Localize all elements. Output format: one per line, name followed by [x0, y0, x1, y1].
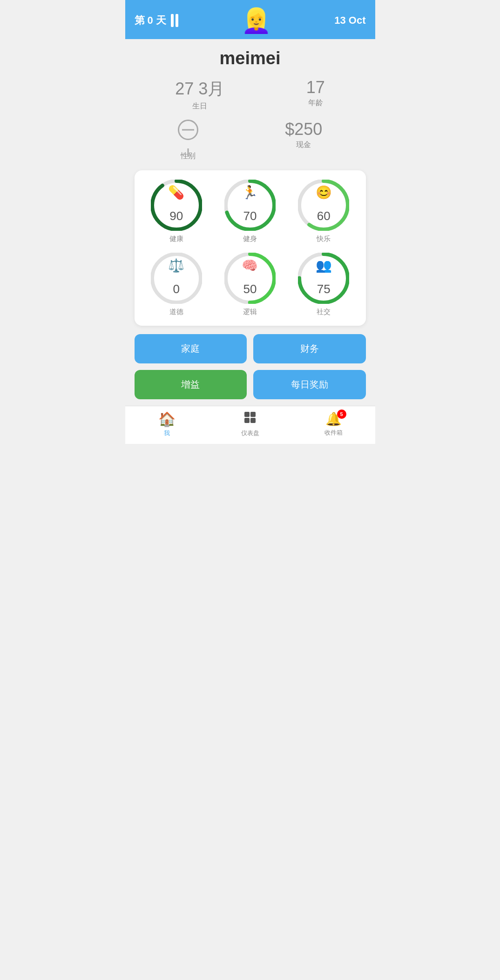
age-label: 年龄 — [306, 98, 325, 108]
stat-item-健康[interactable]: 💊 90 健康 — [142, 180, 211, 243]
stat-label-逻辑: 逻辑 — [243, 308, 257, 316]
stat-value-道德: 0 — [173, 282, 179, 296]
birthday-value: 27 3月 — [175, 78, 224, 101]
header-date: 13 Oct — [334, 14, 365, 27]
age-value: 17 — [306, 78, 325, 97]
stat-value-社交: 75 — [317, 282, 331, 296]
stat-label-道德: 道德 — [169, 308, 183, 316]
stat-value-健康: 90 — [169, 209, 183, 223]
stat-label-快乐: 快乐 — [317, 235, 331, 243]
btn-row-1: 家庭 财务 — [135, 334, 366, 363]
gender-icon — [178, 120, 198, 148]
stat-circle-健康: 💊 90 — [151, 180, 202, 231]
cash-value: $250 — [285, 120, 322, 139]
nav-dashboard-label: 仪表盘 — [241, 429, 259, 437]
bell-icon: 🔔 5 — [325, 411, 342, 427]
info-row-2: 性别 $250 现金 — [135, 120, 366, 161]
svg-rect-11 — [244, 412, 250, 417]
nav-home[interactable]: 🏠 我 — [148, 411, 185, 437]
stat-label-健康: 健康 — [169, 235, 183, 243]
stats-card: 💊 90 健康 🏃 70 健身 — [135, 170, 366, 326]
avatar: 👱‍♀️ — [241, 8, 271, 33]
nav-dashboard[interactable]: 仪表盘 — [231, 411, 269, 437]
stat-icon-快乐: 😊 — [316, 186, 332, 199]
svg-rect-13 — [244, 418, 250, 423]
info-row-1: 27 3月 生日 17 年龄 — [135, 78, 366, 111]
stat-label-健身: 健身 — [243, 235, 257, 243]
boost-button[interactable]: 增益 — [135, 370, 247, 399]
stats-grid: 💊 90 健康 🏃 70 健身 — [142, 180, 358, 316]
stat-item-逻辑[interactable]: 🧠 50 逻辑 — [216, 253, 284, 316]
btn-row-2: 增益 每日奖励 — [135, 370, 366, 399]
bottom-nav: 🏠 我 仪表盘 🔔 5 收件箱 — [125, 406, 375, 444]
stat-item-道德[interactable]: ⚖️ 0 道德 — [142, 253, 211, 316]
daily-button[interactable]: 每日奖励 — [253, 370, 366, 399]
home-icon: 🏠 — [158, 411, 176, 427]
stat-item-快乐[interactable]: 😊 60 快乐 — [289, 180, 358, 243]
nav-inbox-label: 收件箱 — [324, 429, 343, 437]
svg-rect-12 — [250, 412, 256, 417]
stat-icon-社交: 👥 — [316, 259, 332, 272]
nav-home-label: 我 — [164, 429, 170, 437]
stat-circle-社交: 👥 75 — [298, 253, 349, 304]
stat-circle-道德: ⚖️ 0 — [151, 253, 202, 304]
svg-rect-14 — [250, 418, 256, 423]
age-cell: 17 年龄 — [306, 78, 325, 111]
username: meimei — [135, 48, 366, 68]
stat-circle-快乐: 😊 60 — [298, 180, 349, 231]
stat-icon-道德: ⚖️ — [168, 259, 184, 272]
birthday-label: 生日 — [175, 101, 224, 111]
main-content: meimei 27 3月 生日 17 年龄 性别 $250 — [125, 39, 375, 399]
birthday-cell: 27 3月 生日 — [175, 78, 224, 111]
gender-cell: 性别 — [178, 120, 198, 161]
header: 第 0 天 👱‍♀️ 13 Oct — [125, 0, 375, 39]
stat-circle-健身: 🏃 70 — [224, 180, 276, 231]
nav-inbox[interactable]: 🔔 5 收件箱 — [315, 411, 352, 437]
cash-label: 现金 — [285, 140, 322, 150]
cash-cell: $250 现金 — [285, 120, 322, 161]
stat-icon-健康: 💊 — [168, 186, 184, 199]
header-left: 第 0 天 — [135, 13, 178, 27]
stat-value-快乐: 60 — [317, 209, 331, 223]
stat-label-社交: 社交 — [317, 308, 331, 316]
family-button[interactable]: 家庭 — [135, 334, 247, 363]
grid-icon — [243, 411, 257, 427]
pause-icon[interactable] — [171, 14, 178, 27]
finance-button[interactable]: 财务 — [253, 334, 366, 363]
stat-value-逻辑: 50 — [243, 282, 257, 296]
stat-icon-逻辑: 🧠 — [242, 259, 258, 272]
stat-value-健身: 70 — [243, 209, 257, 223]
stat-icon-健身: 🏃 — [242, 186, 258, 199]
inbox-badge: 5 — [337, 409, 346, 419]
stat-item-健身[interactable]: 🏃 70 健身 — [216, 180, 284, 243]
stat-circle-逻辑: 🧠 50 — [224, 253, 276, 304]
stat-item-社交[interactable]: 👥 75 社交 — [289, 253, 358, 316]
day-label: 第 0 天 — [135, 13, 166, 27]
